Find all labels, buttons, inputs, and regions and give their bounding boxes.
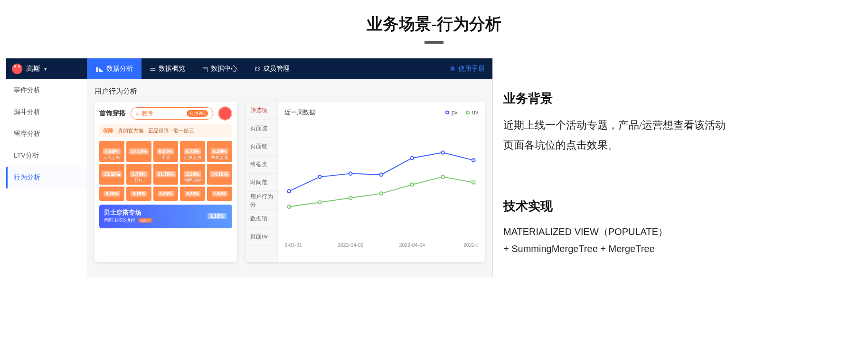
tile-label: 潮酷眼镜 xyxy=(184,178,201,184)
heatmap-tile[interactable]: 11.78% xyxy=(153,164,179,185)
tile-pct: 6.73% xyxy=(184,149,201,155)
chart-left-row: 页面uv xyxy=(245,228,277,246)
heatmap-tile[interactable]: 1.80% xyxy=(153,187,179,201)
heatmap-tile[interactable]: 12.13% xyxy=(126,141,151,162)
nav-label: 数据分析 xyxy=(106,65,133,73)
tile-pct: 2.50% xyxy=(103,149,120,155)
heatmap-title: 首饰穿搭 xyxy=(99,109,126,118)
tile-label: 人气女鞋 xyxy=(103,155,120,161)
sidebar: 事件分析 漏斗分析 留存分析 LTV分析 行为分析 xyxy=(6,79,87,277)
heatmap-tile[interactable]: 6.38%热销女装 xyxy=(207,141,232,162)
svg-point-8 xyxy=(410,157,414,160)
heatmap-row2: 13.32%3.74%耳钉11.78%3.24%潮酷眼镜14.16% xyxy=(99,164,232,185)
chevron-down-icon: ▾ xyxy=(44,66,47,72)
svg-point-6 xyxy=(349,172,352,175)
heatmap-tile[interactable]: 0.32% xyxy=(180,187,205,201)
tile-pct: 3.20% xyxy=(104,191,120,197)
promo-banner[interactable]: 男士穿搭专场 潮鞋卫衣3折起 GO> 1.16% xyxy=(99,205,232,228)
banner-tag: 保障 xyxy=(103,128,113,133)
tile-pct: 3.74% xyxy=(130,171,147,178)
chart-left-row: 筛选项 xyxy=(245,102,277,120)
bg-heading: 业务背景 xyxy=(503,90,731,107)
tile-pct: 14.16% xyxy=(210,171,230,178)
tile-label: 手袋 xyxy=(161,155,170,161)
svg-point-12 xyxy=(318,201,321,204)
tile-pct: 0.32% xyxy=(185,191,201,197)
chart-left-row: 数据项 xyxy=(245,210,277,228)
heatmap-row3: 3.20%3.15%1.80%0.32%1.34% xyxy=(99,187,232,201)
nav-label: 成员管理 xyxy=(263,65,290,73)
tile-label: 热销女装 xyxy=(211,155,228,161)
members-icon: ☋ xyxy=(255,66,260,73)
tile-pct: 13.32% xyxy=(102,171,122,178)
nav-data-overview[interactable]: ▭ 数据概览 xyxy=(142,58,194,79)
tile-label: 耳钉 xyxy=(134,178,143,184)
avatar-icon[interactable] xyxy=(218,106,232,121)
nav-label: 数据中心 xyxy=(211,65,237,73)
heatmap-tile[interactable]: 3.24%潮酷眼镜 xyxy=(180,164,205,185)
svg-text:2022-04-: 2022-04- xyxy=(463,242,478,248)
sidebar-item-event[interactable]: 事件分析 xyxy=(6,79,87,101)
heatmap-tile[interactable]: 14.16% xyxy=(207,164,232,185)
svg-text:2022-04-04: 2022-04-04 xyxy=(399,242,425,248)
nav-data-center[interactable]: ▤ 数据中心 xyxy=(194,58,246,79)
legend-uv[interactable]: uv xyxy=(466,109,478,116)
nav-members[interactable]: ☋ 成员管理 xyxy=(246,58,298,79)
heatmap-panel: 首饰穿搭 ⌕ 腰带 8.26% 保障 真的官方验 · 正品保障 · 假一赔三 2… xyxy=(94,102,237,262)
manual-link[interactable]: 🗎 使用手册 xyxy=(449,65,492,73)
slide-title: 业务场景-行为分析 xyxy=(0,0,868,35)
tech-line2: + SummingMergeTree + MergeTree xyxy=(503,240,731,257)
svg-point-14 xyxy=(380,192,383,195)
svg-text:2022-03-31: 2022-03-31 xyxy=(284,242,302,248)
tech-line1: MATERIALIZED VIEW（POPULATE） xyxy=(503,223,731,240)
line-chart: 2022-03-312022-04-022022-04-042022-04- xyxy=(284,121,478,253)
heatmap-row1: 2.50%人气女鞋12.13%9.01%手袋6.73%经典女包6.38%热销女装 xyxy=(99,141,232,162)
tile-pct: 11.78% xyxy=(156,171,176,178)
tile-pct: 1.80% xyxy=(158,191,174,197)
search-input[interactable]: ⌕ 腰带 8.26% xyxy=(131,107,213,120)
svg-point-13 xyxy=(349,197,352,200)
heatmap-tile[interactable]: 2.50%人气女鞋 xyxy=(99,141,124,162)
app-window: 高斯 ▾ ▮◣ 数据分析 ▭ 数据概览 ▤ 数据中心 ☋ 成员管理 🗎 使用手册… xyxy=(6,58,493,277)
heatmap-tile[interactable]: 6.73%经典女包 xyxy=(180,141,205,162)
brand[interactable]: 高斯 ▾ xyxy=(6,58,87,79)
chart-left-row: 页面选 xyxy=(245,120,277,138)
search-icon: ⌕ xyxy=(136,110,139,117)
doc-icon: 🗎 xyxy=(449,65,456,73)
nav-label: 数据概览 xyxy=(159,65,185,73)
brand-name: 高斯 xyxy=(26,65,40,74)
promo-go: GO> xyxy=(138,218,152,223)
svg-point-5 xyxy=(318,175,321,178)
heatmap-tile[interactable]: 3.74%耳钉 xyxy=(126,164,151,185)
legend-pv[interactable]: pv xyxy=(445,109,458,116)
title-underline xyxy=(425,41,443,44)
tile-pct: 3.24% xyxy=(184,171,201,178)
chart-left-row: 终端类 xyxy=(245,156,277,174)
promo-pct: 1.16% xyxy=(208,213,226,219)
topbar: 高斯 ▾ ▮◣ 数据分析 ▭ 数据概览 ▤ 数据中心 ☋ 成员管理 🗎 使用手册 xyxy=(6,58,492,79)
nav-data-analysis[interactable]: ▮◣ 数据分析 xyxy=(87,58,142,79)
sidebar-item-funnel[interactable]: 漏斗分析 xyxy=(6,101,87,123)
sidebar-item-ltv[interactable]: LTV分析 xyxy=(6,145,87,167)
svg-point-15 xyxy=(410,183,414,187)
heatmap-tile[interactable]: 9.01%手袋 xyxy=(153,141,179,162)
promo-subtitle: 潮鞋卫衣3折起 xyxy=(104,217,135,223)
tile-pct: 1.34% xyxy=(212,191,228,197)
heatmap-tile[interactable]: 1.34% xyxy=(207,187,232,201)
brand-logo-icon xyxy=(12,64,22,74)
svg-point-4 xyxy=(287,190,291,193)
overview-icon: ▭ xyxy=(150,66,156,73)
tile-pct: 9.01% xyxy=(157,149,174,155)
svg-point-11 xyxy=(287,205,291,208)
heatmap-tile[interactable]: 3.15% xyxy=(126,187,151,201)
heatmap-tile[interactable]: 13.32% xyxy=(99,164,124,185)
chart-title: 近一周数据 xyxy=(284,108,315,117)
heatmap-tile[interactable]: 3.20% xyxy=(99,187,124,201)
tech-heading: 技术实现 xyxy=(503,198,731,215)
chart-left-row: 用户行为分 xyxy=(245,192,277,210)
svg-point-16 xyxy=(441,175,444,178)
sidebar-item-behavior[interactable]: 行为分析 xyxy=(6,167,87,188)
tile-label: 经典女包 xyxy=(184,155,201,161)
sidebar-item-retention[interactable]: 留存分析 xyxy=(6,123,87,145)
page-title: 用户行为分析 xyxy=(94,87,485,96)
